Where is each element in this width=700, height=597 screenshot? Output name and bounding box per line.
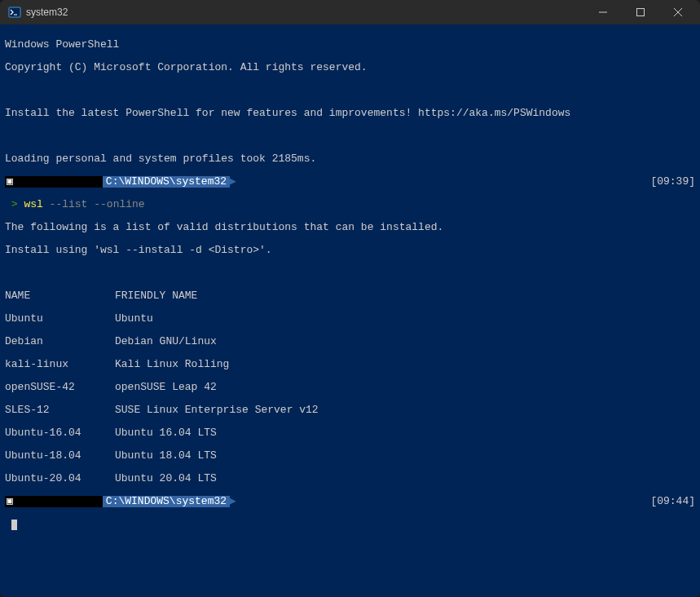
cursor <box>11 520 17 530</box>
distro-row: Ubuntu-16.04Ubuntu 16.04 LTS <box>5 427 695 439</box>
window-titlebar: system32 <box>0 0 700 24</box>
prompt-path: C:\WINDOWS\system32 <box>103 496 230 507</box>
header-line: Windows PowerShell <box>5 39 695 51</box>
window-controls <box>584 0 697 24</box>
powershell-icon <box>8 6 21 19</box>
prompt-glyph: ▣ <box>5 496 15 507</box>
prompt-user-redacted <box>15 496 103 507</box>
terminal-area[interactable]: Windows PowerShell Copyright (C) Microso… <box>0 24 700 597</box>
timestamp: [09:44] <box>650 496 695 507</box>
cmd-args: --list --online <box>43 199 145 210</box>
output-line: Install using 'wsl --install -d <Distro>… <box>5 245 695 256</box>
cmd-name: wsl <box>24 199 42 210</box>
timestamp: [09:39] <box>650 176 695 188</box>
maximize-button[interactable] <box>622 0 659 24</box>
cursor-line <box>5 519 695 530</box>
prompt-user-redacted <box>15 176 103 188</box>
cmd-caret: > <box>5 199 24 210</box>
prompt-path: C:\WINDOWS\system32 <box>103 176 230 188</box>
prompt-line-1: ▣ C:\WINDOWS\system32▶ [09:39] <box>5 176 695 188</box>
minimize-button[interactable] <box>584 0 622 24</box>
distro-row: SLES-12SUSE Linux Enterprise Server v12 <box>5 405 695 416</box>
svg-rect-0 <box>9 7 20 17</box>
distro-row: Ubuntu-18.04Ubuntu 18.04 LTS <box>5 450 695 462</box>
distro-row: DebianDebian GNU/Linux <box>5 336 695 347</box>
distro-row: UbuntuUbuntu <box>5 313 695 325</box>
distro-row: openSUSE-42openSUSE Leap 42 <box>5 382 695 393</box>
svg-rect-3 <box>637 9 645 16</box>
window-title: system32 <box>26 7 584 18</box>
distro-row: kali-linuxKali Linux Rolling <box>5 359 695 370</box>
distro-header: NAMEFRIENDLY NAME <box>5 290 695 302</box>
close-button[interactable] <box>659 0 697 24</box>
install-msg: Install the latest PowerShell for new fe… <box>5 108 695 119</box>
copyright-line: Copyright (C) Microsoft Corporation. All… <box>5 62 695 73</box>
distro-row: Ubuntu-20.04Ubuntu 20.04 LTS <box>5 473 695 484</box>
prompt-glyph: ▣ <box>5 176 15 188</box>
output-line: The following is a list of valid distrib… <box>5 222 695 233</box>
prompt-line-2: ▣ C:\WINDOWS\system32▶ [09:44] <box>5 496 695 507</box>
profiles-msg: Loading personal and system profiles too… <box>5 153 695 165</box>
command-line: > wsl --list --online <box>5 199 695 210</box>
